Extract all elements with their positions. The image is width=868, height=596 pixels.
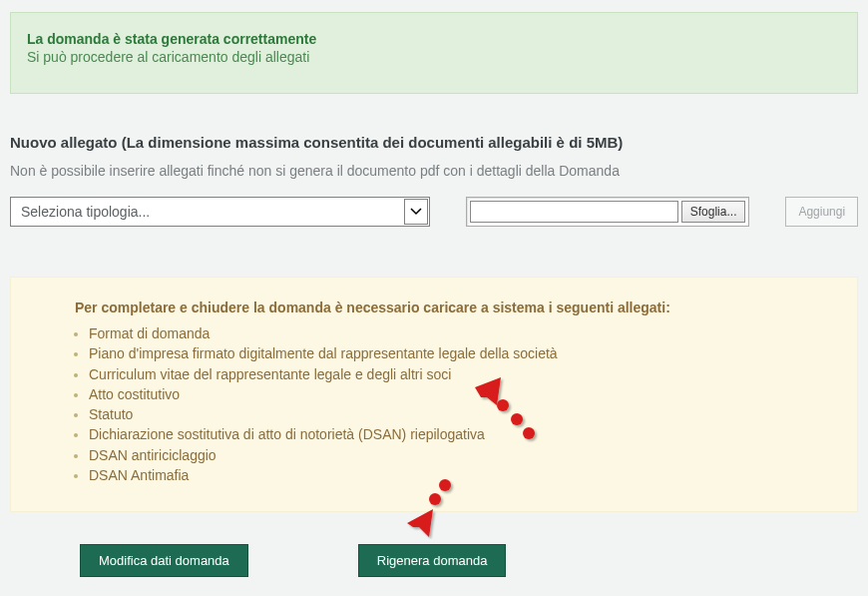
alert-text: Si può procedere al caricamento degli al… [27,49,841,65]
file-input-wrap: Sfoglia... [466,197,749,227]
modify-data-button[interactable]: Modifica dati domanda [80,544,248,577]
list-item: DSAN Antimafia [89,465,817,485]
browse-button[interactable]: Sfoglia... [681,201,746,223]
list-item: Format di domanda [89,323,817,343]
required-list: Format di domanda Piano d'impresa firmat… [89,323,817,485]
required-attachments-box: Per completare e chiudere la domanda è n… [10,277,858,512]
list-item: Statuto [89,404,817,424]
required-title: Per completare e chiudere la domanda è n… [75,299,817,315]
list-item: Dichiarazione sostitutiva di atto di not… [89,424,817,444]
success-alert: La domanda è stata generata correttament… [10,12,858,94]
list-item: Curriculum vitae del rappresentante lega… [89,364,817,384]
tipologia-select-placeholder: Seleziona tipologia... [21,204,150,220]
file-path-input[interactable] [470,201,678,223]
tipologia-select-wrap: Seleziona tipologia... [10,197,430,227]
regenerate-button[interactable]: Rigenera domanda [358,544,507,577]
svg-marker-4 [407,509,433,537]
list-item: Piano d'impresa firmato digitalmente dal… [89,343,817,363]
tipologia-select[interactable]: Seleziona tipologia... [10,197,430,227]
alert-title: La domanda è stata generata correttament… [27,31,841,47]
section-subtext: Non è possibile inserire allegati finché… [10,163,858,179]
controls-row: Seleziona tipologia... Sfoglia... Aggiun… [10,197,858,227]
buttons-row: Modifica dati domanda Rigenera domanda [80,544,868,577]
list-item: Atto costitutivo [89,384,817,404]
list-item: DSAN antiriciclaggio [89,445,817,465]
new-attachment-section: Nuovo allegato (La dimensione massima co… [10,134,858,227]
section-title: Nuovo allegato (La dimensione massima co… [10,134,858,151]
add-button[interactable]: Aggiungi [785,197,858,227]
